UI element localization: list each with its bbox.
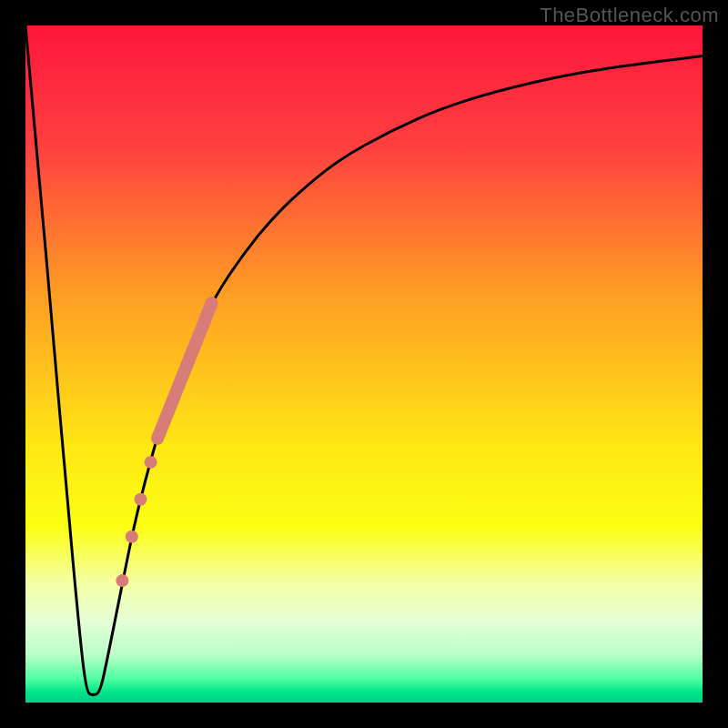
watermark-text: TheBottleneck.com bbox=[540, 4, 719, 27]
highlight-dot bbox=[134, 493, 147, 506]
chart-frame: TheBottleneck.com bbox=[0, 0, 728, 728]
highlight-dot bbox=[116, 574, 128, 587]
highlight-dot bbox=[126, 531, 138, 543]
highlight-dot bbox=[145, 456, 157, 469]
bottleneck-chart bbox=[0, 0, 728, 728]
gradient-background bbox=[25, 25, 703, 703]
